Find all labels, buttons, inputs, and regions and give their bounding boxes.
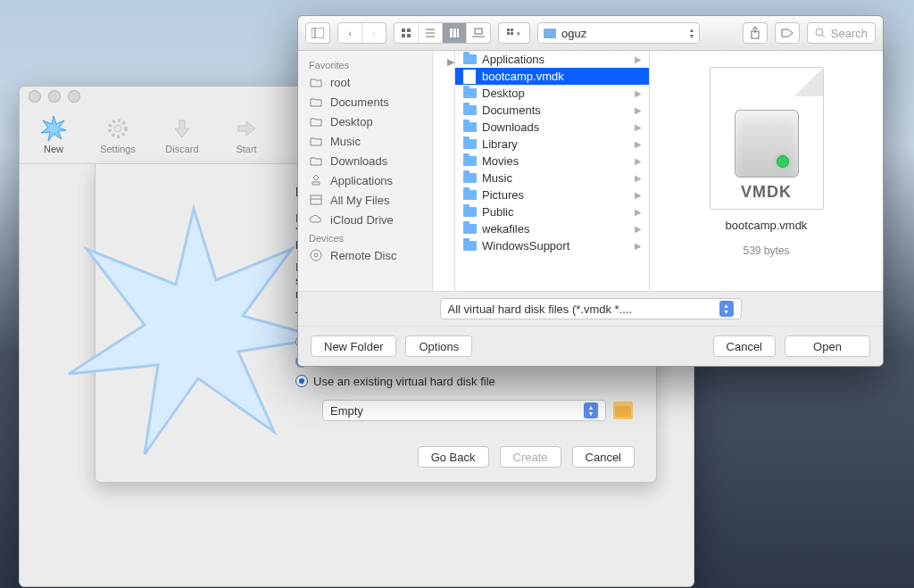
chevron-right-icon: ▶ xyxy=(635,105,642,115)
sidebar-item-all-my-files[interactable]: All My Files xyxy=(298,190,432,210)
create-button[interactable]: Create xyxy=(500,446,561,468)
browse-disk-button[interactable] xyxy=(613,402,633,419)
folder-icon xyxy=(544,29,556,38)
search-field[interactable]: Search xyxy=(807,22,876,44)
go-back-button[interactable]: Go Back xyxy=(418,446,489,468)
sidebar-item-root[interactable]: root xyxy=(298,72,432,92)
svg-rect-16 xyxy=(475,29,482,34)
finder-sidebar: Favorites rootDocumentsDesktopMusicDownl… xyxy=(298,51,433,291)
down-arrow-icon xyxy=(169,115,195,142)
disc-icon xyxy=(309,249,323,261)
toolbar-start-button[interactable]: Start xyxy=(225,115,268,154)
view-list-button[interactable] xyxy=(419,23,443,43)
folder-icon xyxy=(463,224,477,234)
arrange-menu[interactable]: ▾ xyxy=(498,22,530,44)
view-icons-button[interactable] xyxy=(395,23,419,43)
svg-point-24 xyxy=(816,29,823,36)
view-coverflow-button[interactable] xyxy=(467,23,490,43)
nav-forward-button[interactable]: › xyxy=(362,23,386,43)
file-item-downloads[interactable]: Downloads▶ xyxy=(455,119,649,136)
sidebar-item-icloud-drive[interactable]: iCloud Drive xyxy=(298,210,432,229)
chevron-right-icon: ▶ xyxy=(635,207,642,217)
close-window-button[interactable] xyxy=(29,90,41,103)
nav-back-button[interactable]: ‹ xyxy=(338,23,362,43)
svg-rect-26 xyxy=(311,195,321,204)
finder-cancel-button[interactable]: Cancel xyxy=(713,335,776,357)
radio-selected-icon xyxy=(295,375,308,387)
sidebar-item-music[interactable]: Music xyxy=(298,131,432,151)
chevron-right-icon: ▶ xyxy=(635,139,642,149)
chevron-right-icon: ▶ xyxy=(635,122,642,132)
options-button[interactable]: Options xyxy=(405,335,472,357)
sidebar-favorites-header: Favorites xyxy=(298,56,432,72)
folder-icon xyxy=(463,241,477,251)
finder-open-button[interactable]: Open xyxy=(785,335,870,357)
file-item-bootcamp-vmdk[interactable]: bootcamp.vmdk xyxy=(455,68,649,85)
svg-rect-20 xyxy=(507,32,510,35)
hard-disk-icon xyxy=(735,110,799,178)
file-item-desktop[interactable]: Desktop▶ xyxy=(455,85,649,102)
folder-icon xyxy=(309,154,323,167)
view-mode-segment xyxy=(394,22,491,44)
toolbar-discard-button[interactable]: Discard xyxy=(161,115,204,154)
chevron-right-icon: ▶ xyxy=(635,241,642,251)
radio-use-existing-disk[interactable]: Use an existing virtual hard disk file xyxy=(295,371,635,391)
file-item-library[interactable]: Library▶ xyxy=(455,136,649,153)
minimize-window-button[interactable] xyxy=(48,90,61,103)
sidebar-item-documents[interactable]: Documents xyxy=(298,92,432,112)
folder-icon xyxy=(463,190,477,200)
svg-rect-6 xyxy=(402,29,405,32)
svg-line-25 xyxy=(822,35,825,37)
svg-rect-14 xyxy=(453,29,456,37)
toolbar-new-button[interactable]: New xyxy=(32,115,75,154)
search-icon xyxy=(815,28,826,38)
zoom-window-button[interactable] xyxy=(68,90,80,103)
cloud-icon xyxy=(309,213,323,226)
file-item-wekafiles[interactable]: wekafiles▶ xyxy=(455,220,649,237)
sidebar-item-applications[interactable]: Applications xyxy=(298,170,432,190)
app-icon xyxy=(309,174,323,186)
svg-marker-3 xyxy=(69,209,323,454)
sidebar-item-desktop[interactable]: Desktop xyxy=(298,112,432,131)
folder-icon xyxy=(463,88,477,98)
sidebar-item-downloads[interactable]: Downloads xyxy=(298,151,432,170)
popup-arrows-icon: ▴▾ xyxy=(690,27,694,39)
cancel-button[interactable]: Cancel xyxy=(572,446,635,468)
tag-icon xyxy=(776,23,799,43)
sidebar-toggle[interactable] xyxy=(305,22,330,44)
arrange-icon: ▾ xyxy=(499,23,529,43)
finder-column-parent[interactable]: ▶ xyxy=(433,51,455,291)
radio-use-existing-label: Use an existing virtual hard disk file xyxy=(313,375,495,388)
file-item-documents[interactable]: Documents▶ xyxy=(455,102,649,119)
view-columns-button[interactable] xyxy=(443,23,467,43)
starburst-icon xyxy=(40,115,67,142)
toolbar-settings-button[interactable]: Settings xyxy=(96,115,139,154)
chevron-right-icon: ▶ xyxy=(635,54,642,64)
svg-point-29 xyxy=(314,253,318,257)
location-popup[interactable]: oguz ▴▾ xyxy=(537,22,700,44)
folder-icon xyxy=(309,76,323,88)
new-folder-button[interactable]: New Folder xyxy=(311,335,396,357)
file-type-filter-popup[interactable]: All virtual hard disk files (*.vmdk *...… xyxy=(440,298,742,319)
svg-rect-7 xyxy=(407,29,411,32)
file-item-movies[interactable]: Movies▶ xyxy=(455,153,649,170)
popup-arrows-icon: ▲▼ xyxy=(719,301,734,317)
file-item-applications[interactable]: Applications▶ xyxy=(455,51,649,68)
file-item-music[interactable]: Music▶ xyxy=(455,170,649,186)
existing-disk-popup[interactable]: Empty ▲▼ xyxy=(322,400,606,421)
folder-icon xyxy=(309,135,323,147)
tags-button[interactable] xyxy=(775,22,800,44)
sidebar-toggle-icon xyxy=(306,23,329,43)
sidebar-item-remote-disc[interactable]: Remote Disc xyxy=(298,245,432,265)
file-item-public[interactable]: Public▶ xyxy=(455,203,649,220)
svg-point-2 xyxy=(114,125,121,132)
svg-rect-19 xyxy=(511,29,513,31)
svg-rect-4 xyxy=(312,28,324,38)
file-item-windowssupport[interactable]: WindowsSupport▶ xyxy=(455,237,649,254)
preview-filename: bootcamp.vmdk xyxy=(726,219,808,232)
folder-icon xyxy=(463,207,477,217)
finder-preview-pane: VMDK bootcamp.vmdk 539 bytes xyxy=(650,51,883,291)
preview-document-icon: VMDK xyxy=(710,67,824,210)
share-button[interactable] xyxy=(743,22,768,44)
file-item-pictures[interactable]: Pictures▶ xyxy=(455,186,649,203)
